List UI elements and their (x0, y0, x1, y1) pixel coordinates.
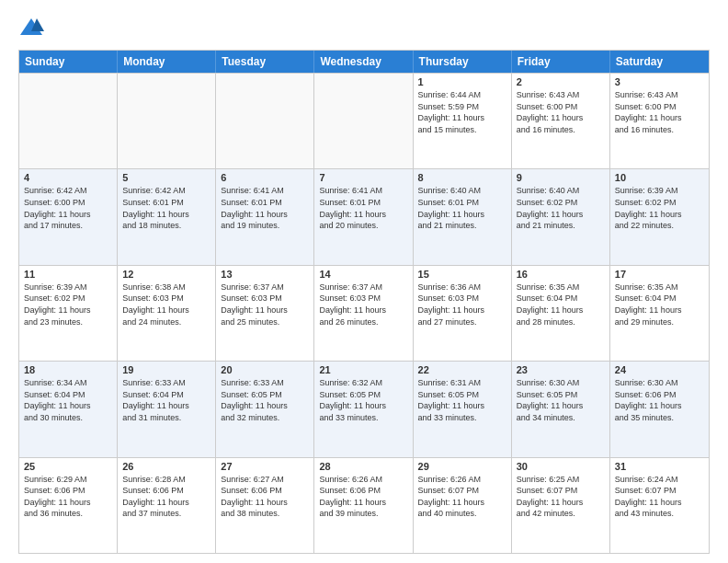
day-info: Sunrise: 6:38 AM Sunset: 6:03 PM Dayligh… (122, 282, 210, 327)
day-number: 21 (319, 364, 407, 375)
calendar-cell: 21Sunrise: 6:32 AM Sunset: 6:05 PM Dayli… (314, 362, 413, 456)
day-number: 16 (517, 269, 605, 280)
day-number: 19 (122, 364, 210, 375)
day-number: 10 (615, 172, 704, 183)
calendar-cell: 23Sunrise: 6:30 AM Sunset: 6:05 PM Dayli… (512, 362, 610, 456)
calendar-cell: 24Sunrise: 6:30 AM Sunset: 6:06 PM Dayli… (610, 362, 709, 456)
day-info: Sunrise: 6:36 AM Sunset: 6:03 PM Dayligh… (418, 282, 506, 327)
calendar-cell (314, 74, 413, 168)
day-number: 29 (418, 461, 506, 472)
day-number: 18 (24, 364, 112, 375)
day-of-week-header: Saturday (610, 51, 709, 73)
day-info: Sunrise: 6:24 AM Sunset: 6:07 PM Dayligh… (615, 474, 704, 520)
day-number: 23 (517, 364, 605, 375)
day-number: 13 (221, 269, 309, 280)
day-number: 6 (221, 172, 309, 183)
calendar-cell: 27Sunrise: 6:27 AM Sunset: 6:06 PM Dayli… (216, 458, 314, 553)
logo-icon (18, 15, 44, 40)
day-info: Sunrise: 6:25 AM Sunset: 6:07 PM Dayligh… (517, 474, 605, 520)
day-info: Sunrise: 6:27 AM Sunset: 6:06 PM Dayligh… (221, 474, 309, 520)
day-info: Sunrise: 6:42 AM Sunset: 6:00 PM Dayligh… (24, 185, 112, 231)
calendar-cell: 9Sunrise: 6:40 AM Sunset: 6:02 PM Daylig… (512, 169, 610, 264)
day-of-week-header: Tuesday (216, 51, 314, 73)
day-number: 25 (24, 461, 112, 472)
calendar-header: SundayMondayTuesdayWednesdayThursdayFrid… (19, 51, 709, 73)
day-of-week-header: Thursday (414, 51, 512, 73)
day-info: Sunrise: 6:29 AM Sunset: 6:06 PM Dayligh… (24, 474, 112, 520)
calendar-row: 4Sunrise: 6:42 AM Sunset: 6:00 PM Daylig… (19, 168, 709, 264)
day-info: Sunrise: 6:43 AM Sunset: 6:00 PM Dayligh… (517, 89, 605, 135)
day-info: Sunrise: 6:39 AM Sunset: 6:02 PM Dayligh… (615, 185, 704, 231)
calendar-row: 18Sunrise: 6:34 AM Sunset: 6:04 PM Dayli… (19, 361, 709, 456)
calendar-cell: 13Sunrise: 6:37 AM Sunset: 6:03 PM Dayli… (216, 266, 314, 361)
day-number: 4 (24, 172, 112, 183)
calendar-cell: 4Sunrise: 6:42 AM Sunset: 6:00 PM Daylig… (19, 169, 118, 264)
day-info: Sunrise: 6:40 AM Sunset: 6:01 PM Dayligh… (418, 185, 506, 231)
header (18, 15, 710, 40)
day-of-week-header: Friday (512, 51, 610, 73)
day-number: 27 (221, 461, 309, 472)
day-info: Sunrise: 6:33 AM Sunset: 6:04 PM Dayligh… (122, 377, 210, 423)
day-info: Sunrise: 6:30 AM Sunset: 6:05 PM Dayligh… (517, 377, 605, 423)
calendar-body: 1Sunrise: 6:44 AM Sunset: 5:59 PM Daylig… (19, 73, 709, 553)
calendar-cell: 30Sunrise: 6:25 AM Sunset: 6:07 PM Dayli… (512, 458, 610, 553)
calendar-row: 25Sunrise: 6:29 AM Sunset: 6:06 PM Dayli… (19, 457, 709, 553)
calendar-cell: 14Sunrise: 6:37 AM Sunset: 6:03 PM Dayli… (314, 266, 413, 361)
calendar-cell: 10Sunrise: 6:39 AM Sunset: 6:02 PM Dayli… (610, 169, 709, 264)
calendar-cell: 20Sunrise: 6:33 AM Sunset: 6:05 PM Dayli… (216, 362, 314, 456)
day-info: Sunrise: 6:28 AM Sunset: 6:06 PM Dayligh… (122, 474, 210, 520)
calendar-cell: 22Sunrise: 6:31 AM Sunset: 6:05 PM Dayli… (414, 362, 512, 456)
day-info: Sunrise: 6:41 AM Sunset: 6:01 PM Dayligh… (221, 185, 309, 231)
day-info: Sunrise: 6:33 AM Sunset: 6:05 PM Dayligh… (221, 377, 309, 423)
day-number: 5 (122, 172, 210, 183)
calendar-cell: 8Sunrise: 6:40 AM Sunset: 6:01 PM Daylig… (414, 169, 512, 264)
calendar-cell: 12Sunrise: 6:38 AM Sunset: 6:03 PM Dayli… (118, 266, 216, 361)
calendar: SundayMondayTuesdayWednesdayThursdayFrid… (18, 50, 710, 554)
day-info: Sunrise: 6:37 AM Sunset: 6:03 PM Dayligh… (221, 282, 309, 327)
day-number: 9 (517, 172, 605, 183)
calendar-cell: 6Sunrise: 6:41 AM Sunset: 6:01 PM Daylig… (216, 169, 314, 264)
day-number: 17 (615, 269, 704, 280)
day-of-week-header: Monday (118, 51, 216, 73)
calendar-cell: 18Sunrise: 6:34 AM Sunset: 6:04 PM Dayli… (19, 362, 118, 456)
day-number: 14 (319, 269, 407, 280)
day-info: Sunrise: 6:26 AM Sunset: 6:07 PM Dayligh… (418, 474, 506, 520)
day-number: 20 (221, 364, 309, 375)
day-info: Sunrise: 6:35 AM Sunset: 6:04 PM Dayligh… (517, 282, 605, 327)
day-info: Sunrise: 6:42 AM Sunset: 6:01 PM Dayligh… (122, 185, 210, 231)
calendar-cell: 31Sunrise: 6:24 AM Sunset: 6:07 PM Dayli… (610, 458, 709, 553)
calendar-cell: 11Sunrise: 6:39 AM Sunset: 6:02 PM Dayli… (19, 266, 118, 361)
day-info: Sunrise: 6:30 AM Sunset: 6:06 PM Dayligh… (615, 377, 704, 423)
day-number: 8 (418, 172, 506, 183)
day-info: Sunrise: 6:41 AM Sunset: 6:01 PM Dayligh… (319, 185, 407, 231)
day-of-week-header: Wednesday (314, 51, 413, 73)
day-info: Sunrise: 6:39 AM Sunset: 6:02 PM Dayligh… (24, 282, 112, 327)
day-number: 26 (122, 461, 210, 472)
day-number: 24 (615, 364, 704, 375)
day-info: Sunrise: 6:43 AM Sunset: 6:00 PM Dayligh… (615, 89, 704, 135)
calendar-cell: 2Sunrise: 6:43 AM Sunset: 6:00 PM Daylig… (512, 74, 610, 168)
day-info: Sunrise: 6:37 AM Sunset: 6:03 PM Dayligh… (319, 282, 407, 327)
day-of-week-header: Sunday (19, 51, 118, 73)
calendar-cell: 29Sunrise: 6:26 AM Sunset: 6:07 PM Dayli… (414, 458, 512, 553)
calendar-cell: 19Sunrise: 6:33 AM Sunset: 6:04 PM Dayli… (118, 362, 216, 456)
day-number: 2 (517, 76, 605, 87)
day-number: 15 (418, 269, 506, 280)
calendar-cell: 25Sunrise: 6:29 AM Sunset: 6:06 PM Dayli… (19, 458, 118, 553)
calendar-cell: 7Sunrise: 6:41 AM Sunset: 6:01 PM Daylig… (314, 169, 413, 264)
day-number: 11 (24, 269, 112, 280)
calendar-cell (118, 74, 216, 168)
calendar-cell: 16Sunrise: 6:35 AM Sunset: 6:04 PM Dayli… (512, 266, 610, 361)
calendar-cell (19, 74, 118, 168)
day-number: 30 (517, 461, 605, 472)
calendar-cell: 1Sunrise: 6:44 AM Sunset: 5:59 PM Daylig… (414, 74, 512, 168)
day-number: 22 (418, 364, 506, 375)
calendar-cell: 15Sunrise: 6:36 AM Sunset: 6:03 PM Dayli… (414, 266, 512, 361)
calendar-cell: 17Sunrise: 6:35 AM Sunset: 6:04 PM Dayli… (610, 266, 709, 361)
day-info: Sunrise: 6:32 AM Sunset: 6:05 PM Dayligh… (319, 377, 407, 423)
day-info: Sunrise: 6:34 AM Sunset: 6:04 PM Dayligh… (24, 377, 112, 423)
day-info: Sunrise: 6:31 AM Sunset: 6:05 PM Dayligh… (418, 377, 506, 423)
day-number: 28 (319, 461, 407, 472)
calendar-cell: 5Sunrise: 6:42 AM Sunset: 6:01 PM Daylig… (118, 169, 216, 264)
calendar-cell (216, 74, 314, 168)
